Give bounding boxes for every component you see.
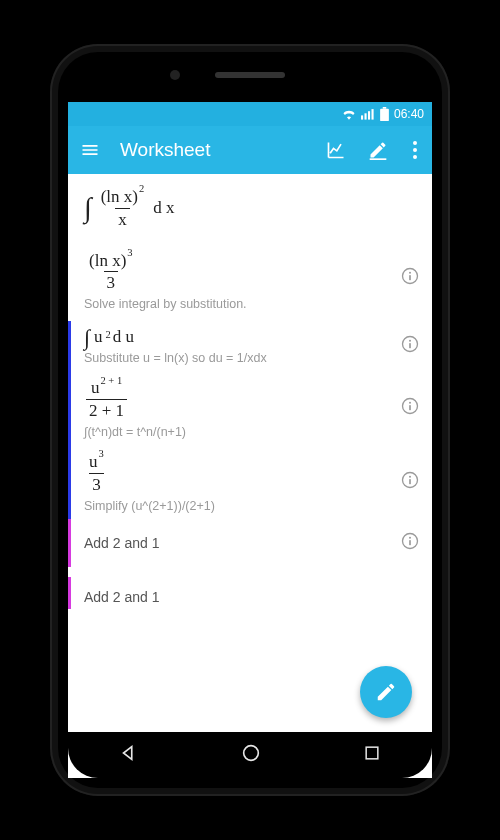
- svg-point-9: [413, 155, 417, 159]
- back-button[interactable]: [118, 742, 140, 768]
- step3-hint: Simplify (u^(2+1))/(2+1): [84, 499, 418, 513]
- integral-sign: ∫: [84, 197, 92, 219]
- step5-text: Add 2 and 1: [84, 589, 418, 605]
- info-icon[interactable]: [400, 334, 420, 358]
- worksheet-content: ∫ (ln x)2 x d x (ln x)3 3: [68, 174, 432, 732]
- step3-expression: u3 3: [84, 451, 418, 495]
- android-navbar: [68, 732, 432, 778]
- svg-rect-5: [380, 109, 389, 121]
- battery-icon: [380, 107, 389, 121]
- problem-row[interactable]: ∫ (ln x)2 x d x: [68, 180, 432, 236]
- answer-expression: (ln x)3 3: [84, 250, 418, 294]
- svg-point-23: [409, 536, 411, 538]
- status-time: 06:40: [394, 107, 424, 121]
- edit-button[interactable]: [366, 138, 390, 162]
- answer-hint: Solve integral by substitution.: [84, 297, 418, 311]
- answer-row[interactable]: (ln x)3 3 Solve integral by substitution…: [68, 236, 432, 322]
- step1-expression: ∫ u2 d u: [84, 327, 418, 347]
- home-button[interactable]: [240, 742, 262, 768]
- svg-point-17: [409, 402, 411, 404]
- svg-rect-12: [409, 276, 411, 281]
- step2-expression: u2 + 1 2 + 1: [84, 377, 418, 421]
- svg-rect-3: [371, 109, 373, 120]
- step-row-3[interactable]: u3 3 Simplify (u^(2+1))/(2+1): [68, 445, 432, 519]
- svg-rect-15: [409, 343, 411, 348]
- step-row-5[interactable]: Add 2 and 1: [68, 577, 432, 609]
- info-icon[interactable]: [400, 470, 420, 494]
- svg-rect-1: [364, 113, 366, 119]
- problem-expression: ∫ (ln x)2 x d x: [84, 186, 418, 230]
- step-row-2[interactable]: u2 + 1 2 + 1 ∫(t^n)dt = t^n/(n+1): [68, 371, 432, 445]
- edit-fab[interactable]: [360, 666, 412, 718]
- step4-text: Add 2 and 1: [84, 535, 418, 551]
- phone-camera: [170, 70, 180, 80]
- step2-hint: ∫(t^n)dt = t^n/(n+1): [84, 425, 418, 439]
- svg-rect-21: [409, 479, 411, 484]
- info-icon[interactable]: [400, 396, 420, 420]
- svg-rect-24: [409, 540, 411, 545]
- signal-icon: [361, 108, 375, 120]
- svg-point-20: [409, 475, 411, 477]
- svg-point-11: [409, 272, 411, 274]
- recents-button[interactable]: [362, 743, 382, 767]
- status-bar: 06:40: [68, 102, 432, 126]
- svg-point-14: [409, 340, 411, 342]
- step-row-1[interactable]: ∫ u2 d u Substitute u = ln(x) so du = 1/…: [68, 321, 432, 371]
- graph-button[interactable]: [324, 138, 348, 162]
- menu-button[interactable]: [78, 138, 102, 162]
- overflow-button[interactable]: [408, 138, 422, 162]
- info-icon[interactable]: [400, 531, 420, 555]
- svg-rect-0: [361, 115, 363, 119]
- svg-point-25: [244, 746, 259, 761]
- step-row-4[interactable]: Add 2 and 1: [68, 519, 432, 567]
- step1-hint: Substitute u = ln(x) so du = 1/xdx: [84, 351, 418, 365]
- svg-point-7: [413, 141, 417, 145]
- phone-frame: 06:40 Worksheet: [50, 44, 450, 796]
- svg-rect-26: [366, 747, 378, 759]
- page-title: Worksheet: [120, 139, 306, 161]
- app-bar: Worksheet: [68, 126, 432, 174]
- phone-inner: 06:40 Worksheet: [58, 52, 442, 788]
- screen: 06:40 Worksheet: [68, 102, 432, 778]
- svg-rect-4: [383, 107, 387, 109]
- svg-rect-18: [409, 405, 411, 410]
- svg-rect-6: [370, 158, 387, 160]
- svg-rect-2: [368, 111, 370, 119]
- svg-point-8: [413, 148, 417, 152]
- phone-speaker: [215, 72, 285, 78]
- info-icon[interactable]: [400, 266, 420, 290]
- wifi-icon: [342, 108, 356, 120]
